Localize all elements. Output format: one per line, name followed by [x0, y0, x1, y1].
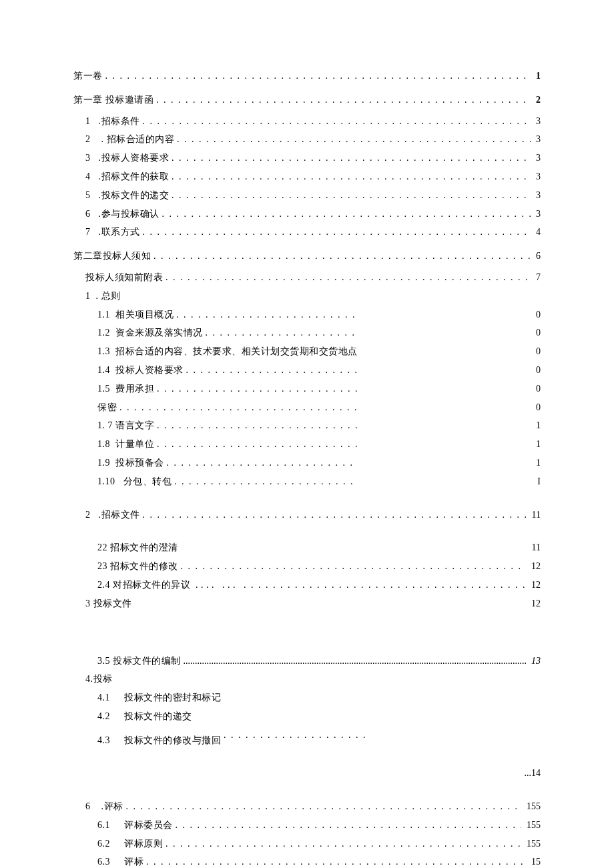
toc-title: . 招标合适的内容: [99, 134, 175, 144]
toc-title: .招标条件: [99, 116, 140, 126]
toc-label: 1.2 资金来源及落实情况: [97, 325, 358, 341]
toc-section-3: 3 投标文件 12: [73, 596, 541, 612]
toc-title: .参与投标确认: [99, 209, 160, 219]
toc-num: 2: [85, 510, 91, 520]
toc-leader: [156, 92, 531, 108]
toc-item: 1.4 投标人资格要求0: [73, 362, 541, 378]
toc-title: 计量单位: [115, 439, 154, 449]
toc-title: 投标预备会: [115, 458, 164, 468]
toc-page: 1: [527, 418, 541, 434]
toc-item: 1.10 分包、转包I: [73, 474, 541, 490]
toc-label: 2.4 对招标文件的异议 . . . . . . .: [97, 577, 241, 593]
toc-item-3-5: 3.5 投标文件的编制 13: [73, 653, 541, 669]
toc-label: 3.5 投标文件的编制: [97, 653, 181, 669]
toc-leader: [166, 270, 531, 286]
toc-page: 0: [527, 307, 541, 323]
toc-leader: [181, 558, 527, 574]
toc-label: 2 . 招标合适的内容: [85, 131, 174, 147]
toc-title: 投标人资格要求: [115, 365, 184, 375]
toc-page: 0: [527, 381, 541, 397]
toc-title: 评标: [124, 857, 143, 867]
toc-label: 1.8 计量单位: [97, 436, 358, 452]
toc-item: 7 .联系方式4: [73, 224, 541, 240]
toc-label: 保密: [97, 400, 358, 416]
toc-label: 23 招标文件的修改: [97, 558, 178, 574]
toc-item: 保密0: [73, 400, 541, 416]
toc-page: 3: [533, 131, 541, 147]
toc-leader: [224, 727, 370, 743]
toc-num: 6.3: [97, 854, 124, 868]
toc-page: 0: [527, 325, 541, 341]
toc-label: 4.3投标文件的修改与撤回: [97, 727, 373, 749]
toc-title: 投标文件的递交: [124, 711, 192, 721]
toc-item: 4.2投标文件的递交: [73, 709, 541, 725]
toc-leader: [157, 420, 358, 430]
toc-section-6: 6 .评标 155: [73, 799, 541, 815]
toc-label: 1 . 总则: [85, 288, 121, 304]
toc-title: 分包、转包: [121, 476, 172, 486]
toc-num: 4.2: [97, 709, 124, 725]
toc-title: .评标: [101, 801, 123, 811]
toc-label: 22 招标文件的澄清: [97, 540, 178, 556]
toc-title: 资金来源及落实情况: [115, 328, 203, 338]
toc-item: 2 . 招标合适的内容3: [73, 131, 541, 147]
toc-title: 评标原则: [124, 839, 163, 849]
toc-title: 评标委员会: [124, 820, 173, 830]
toc-leader: [206, 328, 358, 338]
toc-page: 1: [533, 68, 541, 84]
toc-page: 155: [524, 817, 541, 833]
toc-title: .招标文件的获取: [99, 171, 170, 181]
toc-title: 投标文件的修改与撤回: [124, 735, 221, 745]
toc-label: 5 .投标文件的递交: [85, 187, 169, 203]
toc-title: 投标文件的密封和标记: [124, 693, 221, 703]
toc-leader: [105, 68, 531, 84]
toc-title: .投标人资格要求: [99, 153, 170, 163]
toc-page: 4: [533, 224, 541, 240]
toc-item: 1.2 资金来源及落实情况0: [73, 325, 541, 341]
toc-label: 6.2评标原则: [97, 836, 163, 852]
toc-leader: [154, 248, 531, 264]
toc-page: 3: [533, 187, 541, 203]
toc-label: 1.9 投标预备会: [97, 455, 358, 471]
toc-page: 12: [529, 558, 541, 574]
toc-item: 1.8 计量单位1: [73, 436, 541, 452]
toc-section-1: 1 . 总则: [73, 288, 541, 304]
toc-page: 12: [529, 596, 541, 612]
toc-num: 2: [85, 134, 91, 144]
toc-num: 5: [85, 190, 91, 200]
toc-title: .投标文件的递交: [99, 190, 170, 200]
toc-item: 1. 7 语言文字1: [73, 418, 541, 434]
toc-item: 2.4 对招标文件的异议 . . . . . . . 12: [73, 577, 541, 593]
toc-page: 7: [533, 270, 541, 286]
toc-item: 1.9 投标预备会1: [73, 455, 541, 471]
toc-label: 6.1评标委员会: [97, 817, 173, 833]
toc-title: 招标合适的内容、技术要求、相关计划交货期和交货地点…: [115, 346, 358, 356]
toc-leader: [143, 224, 531, 240]
toc-label: 6.3评标: [97, 854, 143, 868]
toc-num: 1: [85, 116, 91, 126]
toc-leader: [172, 169, 531, 185]
toc-leader: [166, 836, 521, 852]
toc-item: 1.5 费用承担0: [73, 381, 541, 397]
toc-label: 6 .参与投标确认: [85, 206, 160, 222]
toc-title: 保密: [97, 402, 117, 412]
toc-title: 相关项目概况: [115, 310, 174, 320]
toc-item: 6 .参与投标确认3: [73, 206, 541, 222]
toc-leader: [157, 384, 358, 394]
toc-item: 6.2评标原则155: [73, 836, 541, 852]
toc-leader: [143, 507, 527, 523]
toc-leader: [162, 206, 531, 222]
toc-num: 7: [85, 227, 91, 237]
toc-label: 1.1 相关项目概况: [97, 307, 358, 323]
toc-label: 第二章投标人须知: [73, 248, 151, 264]
toc-label: 7 .联系方式: [85, 224, 140, 240]
toc-pre-table: 投标人须知前附表 7: [73, 270, 541, 286]
toc-num: 1: [85, 291, 91, 301]
toc-title: . 总则: [96, 291, 121, 301]
toc-leader: [176, 817, 522, 833]
toc-item: 23 招标文件的修改12: [73, 558, 541, 574]
toc-leader: [126, 799, 522, 815]
toc-label: 4.投标: [85, 671, 113, 687]
toc-leader: [172, 187, 531, 203]
toc-label: 1.4 投标人资格要求: [97, 362, 358, 378]
